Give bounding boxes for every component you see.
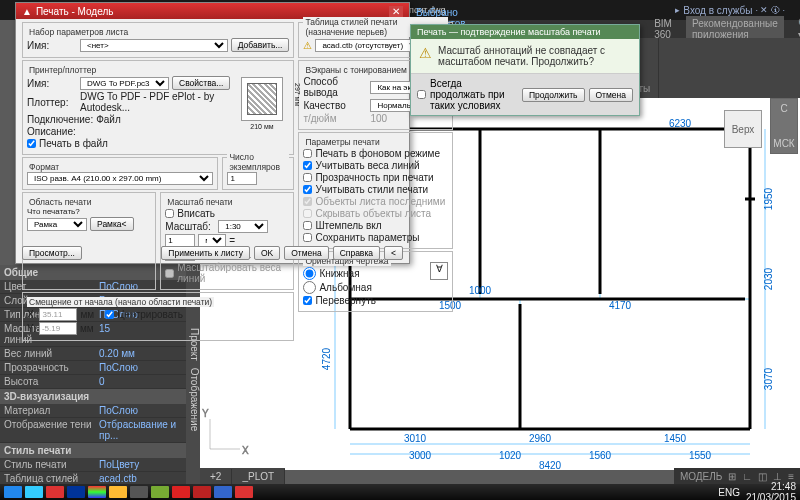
svg-text:6230: 6230: [669, 118, 692, 129]
tray-lang[interactable]: ENG: [718, 487, 740, 498]
start-button[interactable]: [4, 486, 22, 498]
confirm-title[interactable]: Печать — подтверждение масштаба печати: [411, 25, 639, 39]
plot-to-file-checkbox[interactable]: [27, 139, 36, 148]
taskbar-app[interactable]: [25, 486, 43, 498]
taskbar-app[interactable]: [193, 486, 211, 498]
confirm-dialog: Печать — подтверждение масштаба печати ⚠…: [410, 24, 640, 116]
property-row[interactable]: Вес линий0.20 мм: [0, 347, 200, 361]
taskbar-app[interactable]: [67, 486, 85, 498]
option-row: Объекты листа последними: [303, 196, 448, 207]
option-row: Печать в фоновом режиме: [303, 148, 448, 159]
option-checkbox[interactable]: [303, 221, 312, 230]
property-row[interactable]: Высота0: [0, 375, 200, 389]
option-checkbox[interactable]: [303, 161, 312, 170]
layout-tab[interactable]: _PLOT: [232, 469, 285, 484]
apply-button[interactable]: Применить к листу: [161, 246, 250, 260]
polar-icon[interactable]: ⊥: [773, 471, 782, 482]
expand-button[interactable]: <: [384, 246, 403, 260]
svg-text:4170: 4170: [609, 300, 632, 311]
plotter-select[interactable]: DWG To PDF.pc3: [80, 77, 169, 90]
offset-x-input[interactable]: [39, 308, 77, 321]
snap-icon[interactable]: ◫: [758, 471, 767, 482]
fieldset-scale: Масштаб печати Вписать Масштаб:1:30 мм =…: [160, 192, 294, 290]
fieldset-orientation: Ориентация чертежа Книжная Альбомная Пер…: [298, 251, 453, 312]
fieldset-paper: Формат ISO разв. A4 (210.00 x 297.00 mm): [22, 157, 218, 190]
option-row: Учитывать веса линий: [303, 160, 448, 171]
property-row[interactable]: Таблица стилей печ...acad.ctb: [0, 472, 200, 484]
offset-y-input[interactable]: [39, 322, 77, 335]
taskbar-app[interactable]: [109, 486, 127, 498]
preview-button[interactable]: Просмотр...: [22, 246, 82, 260]
copies-input[interactable]: [227, 172, 257, 185]
landscape-radio[interactable]: [303, 281, 316, 294]
taskbar-app[interactable]: [172, 486, 190, 498]
grid-icon[interactable]: ⊞: [728, 471, 736, 482]
section-plotstyle[interactable]: Стиль печати: [0, 443, 200, 458]
papersize-select[interactable]: ISO разв. A4 (210.00 x 297.00 mm): [27, 172, 213, 185]
printer-props-button[interactable]: Свойства...: [172, 76, 230, 90]
option-checkbox[interactable]: [303, 185, 312, 194]
layout-tabs[interactable]: +2 _PLOT: [200, 468, 285, 484]
taskbar-chrome[interactable]: [88, 486, 106, 498]
portrait-radio[interactable]: [303, 267, 316, 280]
more-icon[interactable]: ≡: [788, 471, 794, 482]
warning-icon: ⚠: [419, 45, 432, 61]
fieldset-pagesetup: Набор параметров листа Имя: <нет> Добави…: [22, 22, 294, 58]
fieldset-offset: Смещение от начала (начало области печат…: [22, 292, 294, 341]
upside-checkbox[interactable]: [303, 296, 312, 305]
styletable-select[interactable]: acad.ctb (отсутствует): [315, 39, 423, 52]
svg-text:3010: 3010: [404, 433, 427, 444]
cancel-button[interactable]: Отмена: [284, 246, 329, 260]
fit-checkbox[interactable]: [165, 209, 174, 218]
taskbar-word[interactable]: [214, 486, 232, 498]
property-row[interactable]: Отображение тениОтбрасывание и пр...: [0, 418, 200, 443]
layout-tab[interactable]: +2: [200, 469, 232, 484]
property-row[interactable]: ПрозрачностьПоСлою: [0, 361, 200, 375]
autocad-icon: ▲: [22, 6, 32, 17]
plotarea-select[interactable]: Рамка: [27, 218, 87, 231]
nav-palette: С МСК: [770, 98, 798, 154]
scale-select[interactable]: 1:30: [218, 220, 268, 233]
scale-lw-checkbox: [165, 269, 174, 278]
option-checkbox[interactable]: [303, 233, 312, 242]
center-checkbox[interactable]: [105, 310, 114, 319]
option-checkbox[interactable]: [303, 149, 312, 158]
taskbar-app[interactable]: [130, 486, 148, 498]
wcs-label[interactable]: МСК: [773, 138, 794, 149]
compass-n: С: [780, 103, 787, 114]
warning-icon: ⚠: [303, 40, 312, 51]
add-button[interactable]: Добавить...: [231, 38, 290, 52]
property-row[interactable]: Стиль печатиПоЦвету: [0, 458, 200, 472]
fieldset-printer: Принтер/плоттер Имя: DWG To PDF.pc3 Свой…: [22, 60, 294, 155]
help-button[interactable]: Справка: [333, 246, 380, 260]
section-3d[interactable]: 3D-визуализация: [0, 389, 200, 404]
confirm-cancel-button[interactable]: Отмена: [589, 88, 634, 102]
svg-text:1950: 1950: [763, 187, 774, 210]
svg-text:3070: 3070: [763, 367, 774, 390]
option-row: Учитывать стили печати: [303, 184, 448, 195]
window-button[interactable]: Рамка<: [90, 217, 134, 231]
taskbar-acad[interactable]: [235, 486, 253, 498]
status-model[interactable]: МОДЕЛЬ: [680, 471, 722, 482]
ortho-icon[interactable]: ∟: [742, 471, 752, 482]
viewcube[interactable]: Верх: [724, 110, 762, 148]
always-checkbox[interactable]: [417, 90, 426, 99]
close-icon[interactable]: ✕: [389, 6, 403, 17]
svg-text:8420: 8420: [539, 460, 562, 470]
tray-time[interactable]: 21:48: [771, 481, 796, 492]
continue-button[interactable]: Продолжить: [522, 88, 585, 102]
taskbar-app[interactable]: [151, 486, 169, 498]
svg-text:Y: Y: [202, 408, 209, 419]
svg-text:2960: 2960: [529, 433, 552, 444]
svg-text:3000: 3000: [409, 450, 432, 461]
option-checkbox[interactable]: [303, 173, 312, 182]
login-link[interactable]: ▸ Вход в службы · ✕ 🛈 ·: [675, 5, 785, 16]
tray-date: 21/03/2015: [746, 492, 796, 500]
option-checkbox: [303, 197, 312, 206]
ok-button[interactable]: OK: [254, 246, 280, 260]
property-row[interactable]: МатериалПоСлою: [0, 404, 200, 418]
svg-text:X: X: [242, 445, 249, 456]
taskbar-app[interactable]: [46, 486, 64, 498]
fieldset-options: Параметры печати Печать в фоновом режиме…: [298, 132, 453, 249]
pagesetup-select[interactable]: <нет>: [80, 39, 228, 52]
